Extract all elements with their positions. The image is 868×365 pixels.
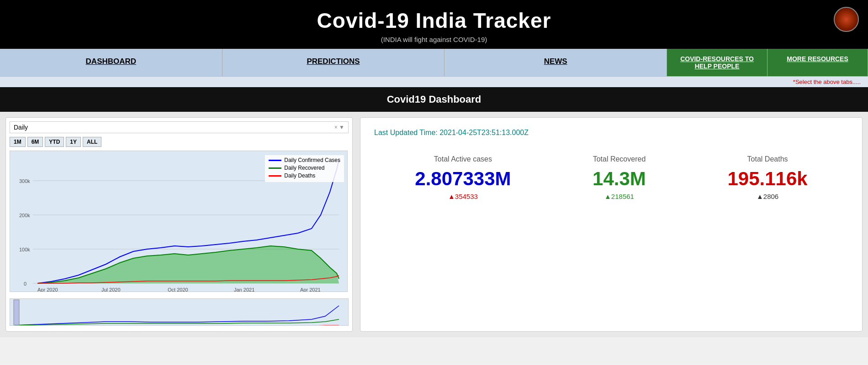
chart-area: 0 100k 200k 300k Apr 2020 Jul 2020 Oct 2… [10,151,349,297]
dashboard-title-bar: Covid19 Dashboard [0,87,868,112]
time-btn-6m[interactable]: 6M [27,137,43,147]
svg-text:Apr 2021: Apr 2021 [300,287,321,292]
legend-recovered: Daily Recovered [269,165,340,171]
dashboard-title: Covid19 Dashboard [387,94,482,105]
nav-covid-resources[interactable]: COVID-RESOURCES TO HELP PEOPLE [667,49,767,76]
stat-recovered: Total Recovered 14.3M ▲218561 [593,155,646,200]
chart-dropdown-controls[interactable]: × ▼ [334,124,344,130]
nav-more-resources[interactable]: MORE RESOURCES [767,49,868,76]
page-title: Covid-19 India Tracker [9,8,859,33]
legend-confirmed-line [269,160,281,161]
nav-news[interactable]: NEWS [445,49,667,76]
svg-text:200k: 200k [19,213,30,218]
stat-deaths-label: Total Deaths [727,155,807,163]
time-btn-ytd[interactable]: YTD [45,137,64,147]
mini-chart-svg [10,298,349,326]
last-updated: Last Updated Time: 2021-04-25T23:51:13.0… [374,129,848,137]
covid-logo [834,7,859,32]
svg-text:Jul 2020: Jul 2020 [101,287,121,292]
nav-dashboard[interactable]: DASHBOARD [0,49,222,76]
time-buttons: 1M 6M YTD 1Y ALL [10,137,349,147]
chart-panel: Daily × ▼ 1M 6M YTD 1Y ALL 0 100k 200k 3… [5,117,353,332]
nav-predictions[interactable]: PREDICTIONS [222,49,445,76]
svg-text:300k: 300k [19,178,30,184]
stat-deaths: Total Deaths 195.116k ▲2806 [727,155,807,200]
nav-hint: *Select the above tabs..... [0,77,868,87]
chart-dropdown[interactable]: Daily × ▼ [10,121,349,133]
stat-deaths-value: 195.116k [727,168,807,190]
chart-legend: Daily Confirmed Cases Daily Recovered Da… [265,155,344,182]
stat-deaths-delta: ▲2806 [727,193,807,200]
chart-dropdown-label: Daily [14,124,334,131]
time-btn-1m[interactable]: 1M [10,137,26,147]
legend-confirmed-label: Daily Confirmed Cases [284,157,340,163]
svg-text:100k: 100k [19,247,30,252]
nav-bar: DASHBOARD PREDICTIONS NEWS COVID-RESOURC… [0,49,868,77]
stat-active: Total Active cases 2.807333M ▲354533 [415,155,511,200]
stats-panel: Last Updated Time: 2021-04-25T23:51:13.0… [360,117,863,332]
stat-active-label: Total Active cases [415,155,511,163]
legend-deaths: Daily Deaths [269,172,340,179]
legend-recovered-line [269,167,281,169]
svg-text:Jan 2021: Jan 2021 [234,287,254,292]
time-btn-all[interactable]: ALL [83,137,101,147]
time-btn-1y[interactable]: 1Y [66,137,81,147]
stats-row: Total Active cases 2.807333M ▲354533 Tot… [374,155,848,200]
legend-deaths-line [269,175,281,177]
legend-recovered-label: Daily Recovered [284,165,324,171]
main-content: Daily × ▼ 1M 6M YTD 1Y ALL 0 100k 200k 3… [0,112,868,337]
svg-rect-13 [14,300,19,325]
svg-text:Apr 2020: Apr 2020 [37,287,58,292]
svg-text:0: 0 [24,281,26,287]
stat-recovered-delta: ▲218561 [593,193,646,200]
stat-active-delta: ▲354533 [415,193,511,200]
svg-text:Oct 2020: Oct 2020 [168,287,188,292]
header: Covid-19 India Tracker (INDIA will fight… [0,0,868,49]
stat-active-value: 2.807333M [415,168,511,190]
header-subtitle: (INDIA will fight against COVID-19) [9,36,859,43]
stat-recovered-label: Total Recovered [593,155,646,163]
legend-confirmed: Daily Confirmed Cases [269,157,340,163]
legend-deaths-label: Daily Deaths [284,172,315,179]
stat-recovered-value: 14.3M [593,168,646,190]
